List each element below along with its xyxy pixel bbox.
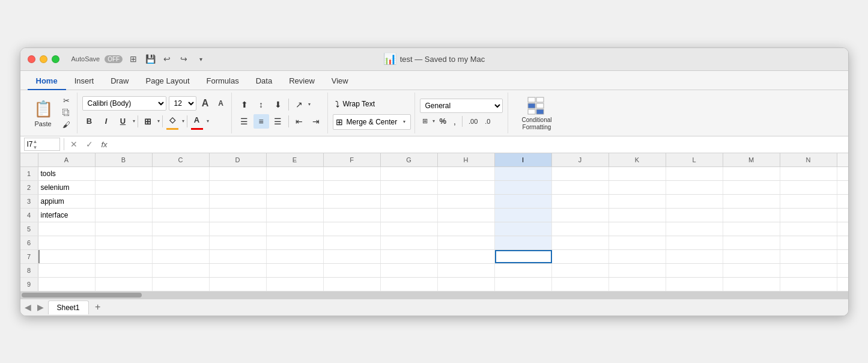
font-family-select[interactable]: Calibri (Body) [82,96,166,111]
cell-E1[interactable] [267,167,324,180]
row-header-6[interactable]: 6 [20,236,38,249]
row-header-7[interactable]: 7 [20,250,38,263]
tab-insert[interactable]: Insert [66,73,103,90]
cell-J6[interactable] [552,236,609,249]
cell-L6[interactable] [666,236,723,249]
cell-M1[interactable] [723,167,780,180]
increase-indent-button[interactable]: ⇥ [308,114,324,129]
cell-A9[interactable] [38,278,96,291]
scrollbar-thumb[interactable] [22,293,142,297]
cell-K9[interactable] [609,278,666,291]
cell-G7[interactable] [381,250,438,263]
cell-A2[interactable]: selenium [38,181,96,194]
cell-E3[interactable] [267,195,324,208]
wrap-text-button[interactable]: ⤵ Wrap Text [333,96,411,112]
cell-F6[interactable] [324,236,381,249]
cell-C8[interactable] [153,264,210,277]
format-painter-button[interactable]: 🖌 [60,120,73,130]
cell-L9[interactable] [666,278,723,291]
cell-D4[interactable] [210,209,267,222]
cell-B1[interactable] [96,167,153,180]
cell-J9[interactable] [552,278,609,291]
row-header-4[interactable]: 4 [20,209,38,222]
col-header-M[interactable]: M [723,153,780,166]
cell-E9[interactable] [267,278,324,291]
tab-formulas[interactable]: Formulas [198,73,247,90]
cell-I3[interactable] [495,195,552,208]
cell-L5[interactable] [666,222,723,236]
add-sheet-button[interactable]: + [91,300,105,314]
cell-B3[interactable] [96,195,153,208]
cell-F2[interactable] [324,181,381,194]
cell-I1[interactable] [495,167,552,180]
cell-K1[interactable] [609,167,666,180]
cell-D3[interactable] [210,195,267,208]
cell-N6[interactable] [780,236,837,249]
cell-B9[interactable] [96,278,153,291]
borders-dropdown[interactable]: ▾ [157,118,160,124]
cell-M5[interactable] [723,222,780,236]
cell-F3[interactable] [324,195,381,208]
merge-dropdown[interactable]: ▾ [403,119,405,124]
conditional-formatting-button[interactable]: ConditionalFormatting [518,94,555,132]
formula-cancel-button[interactable]: ✕ [68,139,80,149]
col-header-G[interactable]: G [381,153,438,166]
cell-C4[interactable] [153,209,210,222]
cell-I5[interactable] [495,222,552,236]
cell-M7[interactable] [723,250,780,263]
cell-A8[interactable] [38,264,96,277]
align-right-button[interactable]: ☰ [270,114,286,129]
cell-J2[interactable] [552,181,609,194]
cell-G6[interactable] [381,236,438,249]
cell-N3[interactable] [780,195,837,208]
cell-F4[interactable] [324,209,381,222]
cell-F5[interactable] [324,222,381,236]
cell-B7[interactable] [96,250,153,263]
cell-A7[interactable] [38,250,96,263]
cell-D6[interactable] [210,236,267,249]
cell-ref-down[interactable]: ▼ [33,145,38,150]
cell-B5[interactable] [96,222,153,236]
underline-dropdown[interactable]: ▾ [133,118,135,124]
text-direction-button[interactable]: ↗ [291,97,307,112]
cell-C9[interactable] [153,278,210,291]
cell-K5[interactable] [609,222,666,236]
redo-icon[interactable]: ↪ [178,53,190,65]
cell-B2[interactable] [96,181,153,194]
decrease-font-button[interactable]: A [214,97,228,110]
cell-D5[interactable] [210,222,267,236]
fill-color-button[interactable]: ◇ [165,113,180,127]
formula-input[interactable] [114,140,845,149]
cell-B8[interactable] [96,264,153,277]
font-color-dropdown[interactable]: ▾ [207,118,209,124]
cell-E5[interactable] [267,222,324,236]
accounting-dropdown[interactable]: ▾ [432,118,435,124]
font-size-select[interactable]: 12 [169,96,196,111]
cell-I6[interactable] [495,236,552,249]
cell-H7[interactable] [438,250,495,263]
cell-N2[interactable] [780,181,837,194]
col-header-L[interactable]: L [666,153,723,166]
cell-N4[interactable] [780,209,837,222]
cell-K2[interactable] [609,181,666,194]
prev-sheet-button[interactable]: ◀ [23,302,33,312]
cell-E4[interactable] [267,209,324,222]
cell-N5[interactable] [780,222,837,236]
col-header-F[interactable]: F [324,153,381,166]
col-header-H[interactable]: H [438,153,495,166]
cell-J7[interactable] [552,250,609,263]
cell-M2[interactable] [723,181,780,194]
cell-G4[interactable] [381,209,438,222]
cell-B4[interactable] [96,209,153,222]
cell-F7[interactable] [324,250,381,263]
cell-B6[interactable] [96,236,153,249]
italic-button[interactable]: I [99,114,114,129]
cell-A1[interactable]: tools [38,167,96,180]
cell-J3[interactable] [552,195,609,208]
cell-F8[interactable] [324,264,381,277]
fullscreen-button[interactable] [52,55,59,63]
decrease-decimal-button[interactable]: .0 [482,117,493,126]
cell-C2[interactable] [153,181,210,194]
horizontal-scrollbar[interactable] [20,291,848,299]
cell-G8[interactable] [381,264,438,277]
